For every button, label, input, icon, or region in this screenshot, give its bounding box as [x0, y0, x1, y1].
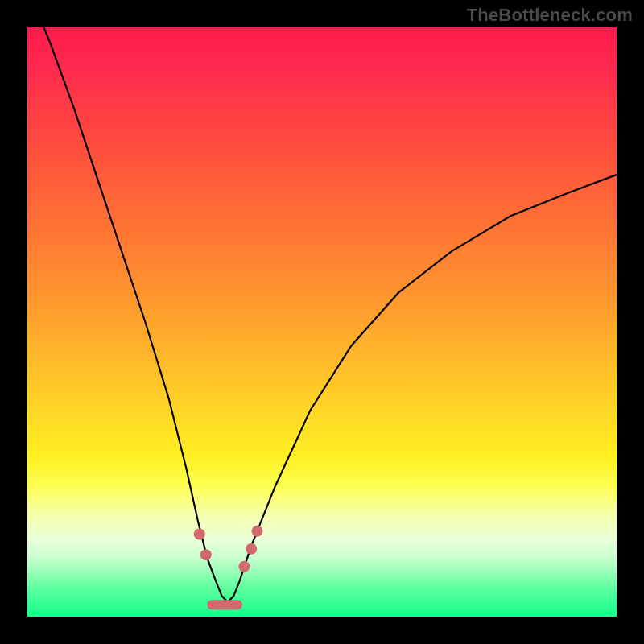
- optimum-bar: [207, 600, 242, 609]
- optimum-point: [246, 543, 257, 555]
- bottleneck-curve: [27, 27, 617, 602]
- optimum-point: [194, 529, 205, 540]
- branding-watermark: TheBottleneck.com: [467, 5, 633, 26]
- chart-frame: TheBottleneck.com: [0, 0, 644, 644]
- optimum-point: [251, 526, 262, 537]
- plot-area: [27, 27, 617, 617]
- optimum-point: [238, 561, 250, 572]
- optimum-point: [200, 549, 212, 560]
- chart-svg: [27, 27, 617, 617]
